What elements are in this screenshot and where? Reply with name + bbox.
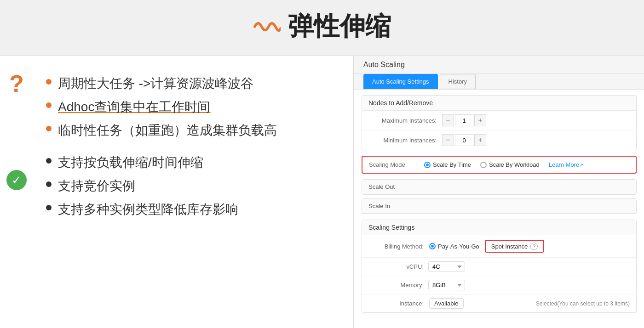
scaling-mode-row: Scaling Mode: Scale By Time Scale By Wor… xyxy=(369,161,629,168)
instance-label: Instance: xyxy=(368,300,424,307)
list-item: 支持多种实例类型降低库存影响 xyxy=(46,200,336,218)
feature-list: 支持按负载伸缩/时间伸缩 支持竞价实例 支持多种实例类型降低库存影响 xyxy=(46,153,336,219)
minimum-increase-button[interactable]: + xyxy=(474,134,486,146)
pay-as-you-go-radio[interactable] xyxy=(429,243,436,249)
tab-auto-scaling-settings[interactable]: Auto Scaling Settings xyxy=(363,74,438,89)
page-title: 弹性伸缩 xyxy=(288,9,391,44)
scale-out-title: Scale Out xyxy=(362,180,636,194)
learn-more-link[interactable]: Learn More xyxy=(549,161,583,168)
memory-label: Memory: xyxy=(368,282,424,288)
scale-by-workload-radio[interactable] xyxy=(480,162,487,168)
pay-as-you-go-option[interactable]: Pay-As-You-Go xyxy=(429,243,479,250)
list-item: 支持竞价实例 xyxy=(46,177,336,195)
scale-in-title: Scale In xyxy=(362,199,636,214)
billing-method-row: Billing Method: Pay-As-You-Go Spot Insta… xyxy=(362,235,636,258)
scale-by-workload-option[interactable]: Scale By Workload xyxy=(480,161,540,168)
vcpu-select[interactable]: 4C xyxy=(428,261,465,272)
tab-history[interactable]: History xyxy=(440,74,476,89)
check-icon: ✓ xyxy=(6,170,27,190)
question-icon: ? xyxy=(9,70,24,97)
nodes-section: Nodes to Add/Remove Maximum Instances: −… xyxy=(362,95,637,150)
auto-scaling-header: Auto Scaling xyxy=(354,56,644,74)
maximum-instances-row: Maximum Instances: − 1 + xyxy=(362,111,636,130)
list-item: 支持按负载伸缩/时间伸缩 xyxy=(46,153,336,171)
spot-instance-button[interactable]: Spot Instance ? xyxy=(485,240,545,253)
problem-list: 周期性大任务 ->计算资源波峰波谷 Adhoc查询集中在工作时间 临时性任务（如… xyxy=(46,74,336,140)
minimum-value: 0 xyxy=(455,134,473,146)
divider xyxy=(353,56,354,328)
vcpu-label: vCPU: xyxy=(368,263,424,270)
maximum-increase-button[interactable]: + xyxy=(474,114,486,126)
scale-by-time-option[interactable]: Scale By Time xyxy=(424,161,471,168)
billing-label: Billing Method: xyxy=(368,243,424,250)
nodes-section-title: Nodes to Add/Remove xyxy=(362,96,636,111)
left-panel: ? 周期性大任务 ->计算资源波峰波谷 Adhoc查询集中在工作时间 临时性任务… xyxy=(0,56,354,328)
main-content: ? 周期性大任务 ->计算资源波峰波谷 Adhoc查询集中在工作时间 临时性任务… xyxy=(0,56,644,328)
instance-row: Instance: Available Selected(You can sel… xyxy=(362,294,636,312)
maximum-stepper: − 1 + xyxy=(442,114,486,126)
maximum-decrease-button[interactable]: − xyxy=(442,114,454,126)
tab-bar: Auto Scaling Settings History xyxy=(354,74,644,90)
header: 弹性伸缩 xyxy=(0,0,644,56)
scaling-settings-section: Scaling Settings Billing Method: Pay-As-… xyxy=(362,220,637,313)
minimum-decrease-button[interactable]: − xyxy=(442,134,454,146)
spot-instance-help-icon[interactable]: ? xyxy=(530,243,538,250)
maximum-label: Maximum Instances: xyxy=(368,117,442,124)
memory-row: Memory: 8GiB xyxy=(362,276,636,294)
vcpu-row: vCPU: 4C xyxy=(362,258,636,276)
scaling-mode-section: Scaling Mode: Scale By Time Scale By Wor… xyxy=(362,156,637,174)
memory-select[interactable]: 8GiB xyxy=(428,280,465,290)
header-logo-icon xyxy=(253,15,281,38)
scale-by-time-radio[interactable] xyxy=(424,162,431,168)
scale-in-section: Scale In xyxy=(362,198,637,214)
minimum-label: Minimum Instances: xyxy=(368,137,442,144)
minimum-instances-row: Minimum Instances: − 0 + xyxy=(362,130,636,150)
selected-info: Selected(You can select up to 3 items) xyxy=(536,300,630,307)
right-panel: Auto Scaling Auto Scaling Settings Histo… xyxy=(354,56,644,328)
maximum-value: 1 xyxy=(455,114,473,126)
minimum-stepper: − 0 + xyxy=(442,134,486,146)
instance-available-badge: Available xyxy=(429,298,464,309)
list-item: Adhoc查询集中在工作时间 xyxy=(46,98,336,116)
list-item: 临时性任务（如重跑）造成集群负载高 xyxy=(46,121,336,139)
scaling-settings-title: Scaling Settings xyxy=(362,220,636,235)
list-item: 周期性大任务 ->计算资源波峰波谷 xyxy=(46,74,336,92)
scale-out-section: Scale Out xyxy=(362,179,637,195)
scaling-mode-label: Scaling Mode: xyxy=(369,161,415,168)
